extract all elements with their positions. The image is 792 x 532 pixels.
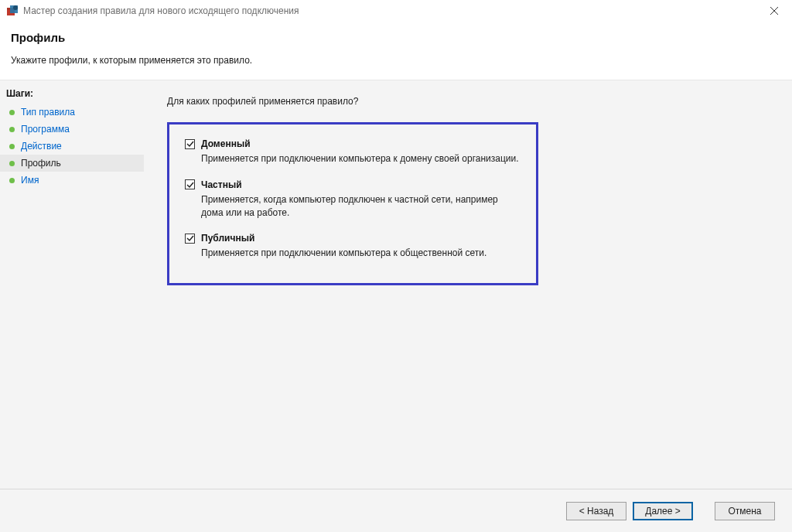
firewall-icon	[6, 5, 19, 17]
check-icon	[186, 181, 194, 189]
profile-description: Применяется при подключении компьютера к…	[201, 247, 521, 260]
profile-label: Частный	[201, 179, 242, 190]
svg-point-3	[13, 5, 18, 10]
window-title: Мастер создания правила для нового исход…	[23, 5, 763, 16]
checkbox-domain[interactable]	[185, 139, 195, 149]
step-bullet-icon	[9, 161, 15, 166]
check-icon	[186, 234, 194, 242]
button-bar: < Назад Далее > Отмена	[0, 489, 792, 532]
step-label: Имя	[21, 175, 39, 186]
step-bullet-icon	[9, 144, 15, 149]
step-name[interactable]: Имя	[0, 172, 144, 189]
titlebar: Мастер создания правила для нового исход…	[0, 0, 792, 22]
step-bullet-icon	[9, 110, 15, 115]
content-question: Для каких профилей применяется правило?	[167, 96, 777, 107]
profile-header: Публичный	[185, 233, 521, 244]
step-label: Действие	[21, 141, 62, 152]
close-button[interactable]	[763, 2, 786, 20]
profile-header: Частный	[185, 179, 521, 190]
main-area: Шаги: Тип правила Программа Действие Про…	[0, 80, 792, 489]
profile-option-public: Публичный Применяется при подключении ко…	[185, 233, 521, 260]
sidebar: Шаги: Тип правила Программа Действие Про…	[0, 80, 144, 489]
page-title: Профиль	[11, 31, 781, 44]
page-description: Укажите профили, к которым применяется э…	[11, 55, 781, 66]
check-icon	[186, 140, 194, 148]
profile-description: Применяется при подключении компьютера к…	[201, 152, 521, 165]
sidebar-heading: Шаги:	[0, 88, 144, 104]
profile-label: Публичный	[201, 233, 254, 244]
step-profile[interactable]: Профиль	[0, 155, 144, 172]
step-bullet-icon	[9, 127, 15, 132]
profile-option-private: Частный Применяется, когда компьютер под…	[185, 179, 521, 220]
step-bullet-icon	[9, 178, 15, 183]
profile-header: Доменный	[185, 138, 521, 149]
step-label: Тип правила	[21, 107, 75, 118]
profile-description: Применяется, когда компьютер подключен к…	[201, 193, 521, 220]
header-area: Профиль Укажите профили, к которым приме…	[0, 22, 792, 80]
close-icon	[770, 7, 778, 15]
step-action[interactable]: Действие	[0, 138, 144, 155]
next-button[interactable]: Далее >	[633, 502, 693, 520]
content-pane: Для каких профилей применяется правило? …	[144, 80, 792, 489]
profiles-highlight-box: Доменный Применяется при подключении ком…	[167, 122, 538, 285]
profile-option-domain: Доменный Применяется при подключении ком…	[185, 138, 521, 165]
back-button[interactable]: < Назад	[566, 502, 626, 520]
cancel-button[interactable]: Отмена	[715, 502, 775, 520]
step-rule-type[interactable]: Тип правила	[0, 104, 144, 121]
step-program[interactable]: Программа	[0, 121, 144, 138]
step-label: Профиль	[21, 158, 61, 169]
checkbox-public[interactable]	[185, 234, 195, 244]
step-label: Программа	[21, 124, 70, 135]
profile-label: Доменный	[201, 138, 251, 149]
checkbox-private[interactable]	[185, 179, 195, 189]
